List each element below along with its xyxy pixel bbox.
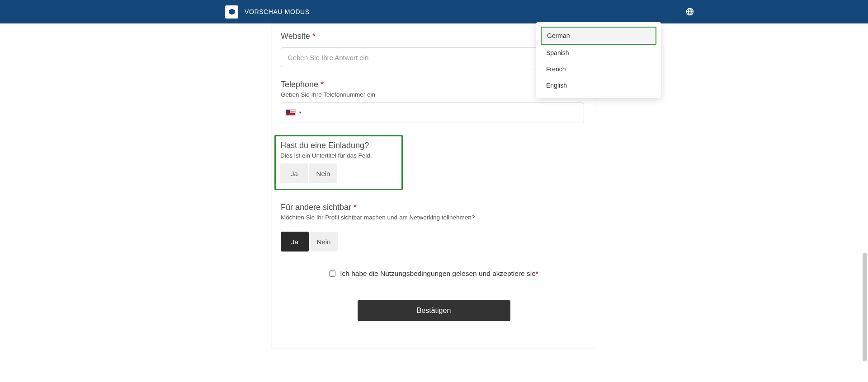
topbar-left: VORSCHAU MODUS xyxy=(225,5,310,19)
required-marker: * xyxy=(354,203,357,212)
confirm-button[interactable]: Bestätigen xyxy=(358,300,510,321)
terms-text: Ich habe die Nutzungsbedingungen gelesen… xyxy=(340,270,538,278)
language-menu: German Spanish French English xyxy=(536,22,661,98)
invitation-label: Hast du eine Einladung? xyxy=(280,141,397,150)
invitation-field-wrapper: Hast du eine Einladung? Dies ist ein Unt… xyxy=(281,135,587,190)
invitation-subtitle: Dies ist ein Untertitel für das Feld. xyxy=(280,152,397,159)
lang-item-french[interactable]: French xyxy=(541,61,656,77)
visible-toggle: Ja Nein xyxy=(281,232,587,252)
required-marker: * xyxy=(321,80,324,89)
required-marker: * xyxy=(536,270,538,277)
visible-label-text: Für andere sichtbar xyxy=(281,203,351,212)
app-logo xyxy=(225,5,238,19)
visible-label: Für andere sichtbar * xyxy=(281,203,587,212)
lang-item-english[interactable]: English xyxy=(541,77,656,93)
language-globe-icon[interactable] xyxy=(685,7,694,16)
visible-subtitle: Möchten Sie Ihr Profil sichtbar machen u… xyxy=(281,214,587,221)
invitation-toggle: Ja Nein xyxy=(280,163,397,183)
visible-no-button[interactable]: Nein xyxy=(310,232,338,252)
chevron-down-icon[interactable]: ▼ xyxy=(298,111,302,115)
visible-yes-button[interactable]: Ja xyxy=(281,232,309,252)
invitation-no-button[interactable]: Nein xyxy=(309,163,337,183)
scrollbar-thumb[interactable] xyxy=(863,253,867,361)
terms-row: Ich habe die Nutzungsbedingungen gelesen… xyxy=(281,270,587,278)
lang-item-german[interactable]: German xyxy=(541,27,656,45)
terms-text-content: Ich habe die Nutzungsbedingungen gelesen… xyxy=(340,270,536,277)
terms-checkbox[interactable] xyxy=(329,270,335,277)
telephone-label-text: Telephone xyxy=(281,80,318,89)
required-marker: * xyxy=(312,32,316,41)
invitation-yes-button[interactable]: Ja xyxy=(280,163,308,183)
preview-mode-label: VORSCHAU MODUS xyxy=(245,8,310,15)
telephone-input-row[interactable]: ▼ xyxy=(281,102,584,122)
top-bar: VORSCHAU MODUS xyxy=(0,0,868,23)
country-flag-us-icon[interactable] xyxy=(286,109,296,116)
visible-field: Für andere sichtbar * Möchten Sie Ihr Pr… xyxy=(281,203,587,252)
invitation-highlight-box: Hast du eine Einladung? Dies ist ein Unt… xyxy=(274,135,403,190)
lang-item-spanish[interactable]: Spanish xyxy=(541,45,656,61)
website-label-text: Website xyxy=(281,32,310,41)
